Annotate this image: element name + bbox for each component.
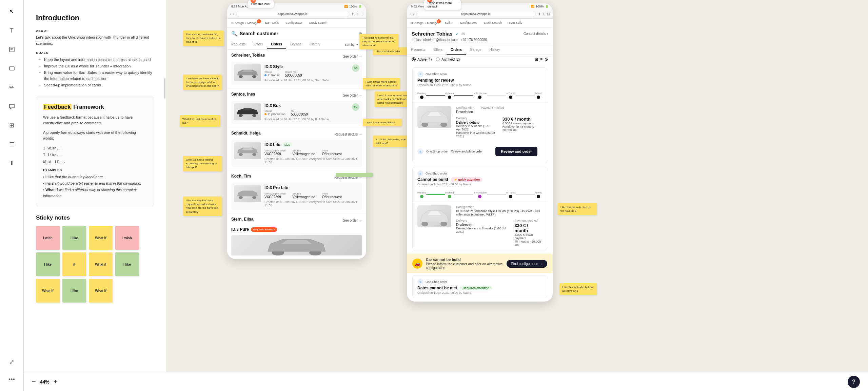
hamburger-icon[interactable]: ☰ [6,138,18,150]
tab-offers[interactable]: Offers [250,40,267,49]
order-info: ID.3 Style Status In transit Order No. [264,64,349,82]
nav-tab-config[interactable]: Configurator [282,19,306,27]
sticky-note: I like [62,279,86,303]
share-icon-2[interactable]: ⬆ [538,12,541,16]
tab-orders[interactable]: Orders [267,40,286,49]
share-icon[interactable]: ⬆ [351,12,354,16]
step-dot [537,195,540,198]
nav-config-2[interactable]: Configurator [457,19,480,27]
tab-garage[interactable]: Garage [286,40,305,49]
step-label: Arrived [535,92,542,95]
see-order-link[interactable]: See order → [343,55,362,58]
payment-amount: 330 € / month [502,117,542,122]
step-dot [448,96,451,99]
url-bar[interactable]: apps.emea.vwapps.io [236,11,349,17]
add-tab-icon-2[interactable]: + [543,12,545,16]
rectangle-icon[interactable] [6,62,18,75]
archived-filter[interactable]: Archived (2) [436,57,460,61]
active-filter[interactable]: Active (4) [412,57,432,61]
forward-icon[interactable]: › [233,12,234,16]
view-controls: ⊞ ≡ ⊙ [535,57,548,62]
list-view-icon[interactable]: ≡ [540,57,542,62]
order-title-2: Cannot be build [417,177,448,182]
source-label: Source [292,149,315,152]
nav-tab-sell[interactable]: Sam Sells [262,19,282,27]
review-order-button[interactable]: Review and order [495,147,537,156]
url-bar-2[interactable]: apps.emea.vwapps.io [416,11,536,17]
tab-requests-2[interactable]: Requests [407,45,429,55]
nav-sam-2[interactable]: Sam Sells [505,19,526,27]
one-shop-label-btn: One.Shop order [426,150,448,153]
see-order-link[interactable]: See order → [343,94,362,97]
zoom-out-button[interactable]: − [32,378,36,386]
delivery-row-2: Delivery Dealership Desired delivery in … [456,219,542,247]
step-o: Ordered [445,191,454,198]
scrollbar-thumb[interactable] [164,78,165,99]
nav-tab-stock[interactable]: Stock Search [306,19,331,27]
order-title-3: Dates cannot be met [417,286,457,290]
type-label: Type [322,192,342,195]
sticky-note: I wish [115,226,139,250]
order-title-row: S One.Shop order [417,71,471,77]
grid-view-icon[interactable]: ⊞ [535,57,538,62]
comment-icon[interactable] [6,100,18,112]
tab-requests[interactable]: Requests [227,40,250,49]
browser-bar[interactable]: ‹ › apps.emea.vwapps.io ⬆ + ⊡ [227,9,366,19]
upload-icon[interactable]: ⬆ [6,157,18,169]
nav-tab-assign-2[interactable]: ⊕ Assign + Manage 1 [407,19,441,27]
add-tab-icon[interactable]: + [356,12,358,16]
grid-icon[interactable]: ⊞ [6,119,18,131]
see-order-link[interactable]: See order → [343,219,362,222]
sticky-note: I wish [36,226,60,250]
tabs-icon-2[interactable]: ⊡ [547,12,550,16]
status-badge: In transit [264,74,280,77]
one-shop-logo-3: S [417,279,423,285]
zoom-controls: − 44% + [32,378,57,386]
back-icon[interactable]: ‹ [230,12,231,16]
pen-icon[interactable]: ✏ [6,81,18,94]
forward-icon-2[interactable]: › [413,12,414,16]
cursor-icon[interactable]: ↖ [6,5,18,18]
nav-tab-assign[interactable]: ⊕ Assign + Manage 1 [227,19,262,27]
order-header: S One.Shop order Pending for review Orde… [413,68,547,90]
source-col: Source Volkswagen.de [292,149,315,156]
three-dots-icon[interactable]: ••• [6,373,18,386]
nav-stock-2[interactable]: Stock Search [480,19,505,27]
text-icon[interactable]: T [6,24,18,37]
tabs-icon[interactable]: ⊡ [360,12,363,16]
progress-section-2: Pending Ordered In Production [413,189,547,202]
order-model: ID.3 Style [264,64,349,69]
floating-sticky: I wish I say more distinct [363,119,402,126]
search-input[interactable]: Search customer [240,31,356,36]
browser-bar-2[interactable]: ‹ › apps.emea.vwapps.io ⬆ + ⊡ [407,9,553,19]
sticky-notes-grid: I wish I like What if I wish I like if W… [36,226,154,303]
tab-history-2[interactable]: History [485,45,504,55]
delivery-label: Delivery [456,117,496,120]
step-label: In Production [473,92,487,95]
nav-sell-2[interactable]: Sell ... [441,19,457,27]
chevron-down-icon[interactable]: ▾ [356,43,358,46]
expand-icon[interactable]: ⤢ [6,356,18,368]
settings-icon[interactable]: ⊙ [545,57,548,62]
help-button[interactable]: ? [848,376,860,388]
type-val: Offer request [322,152,342,156]
back-icon-2[interactable]: ‹ [410,12,411,16]
request-details-link[interactable]: Request details → [334,132,362,136]
progress-line-empty [487,194,506,195]
tab-garage-2[interactable]: Garage [466,45,485,55]
note-icon[interactable] [6,43,18,56]
tab-offers-2[interactable]: Offers [429,45,447,55]
tab-history[interactable]: History [305,40,324,49]
goal-item: Improve the UX as a whole for Thunder – … [39,63,154,69]
car-section-2: Configuration ID.3 Pure Performance Styl… [413,202,547,250]
contact-details-link[interactable]: Contact details › [524,32,548,36]
zoom-in-button[interactable]: + [54,378,58,386]
tab-orders-2[interactable]: Orders [447,45,466,55]
svg-point-5 [252,75,256,78]
status-icons-2: 📶 100% 🔋 [531,5,549,8]
find-configuration-button[interactable]: Find configuration → [507,260,547,268]
sort-label: Sort by [344,43,354,46]
search-icon: 🔍 [231,31,237,36]
car-image [234,142,261,159]
order-title: Pending for review [417,78,471,83]
